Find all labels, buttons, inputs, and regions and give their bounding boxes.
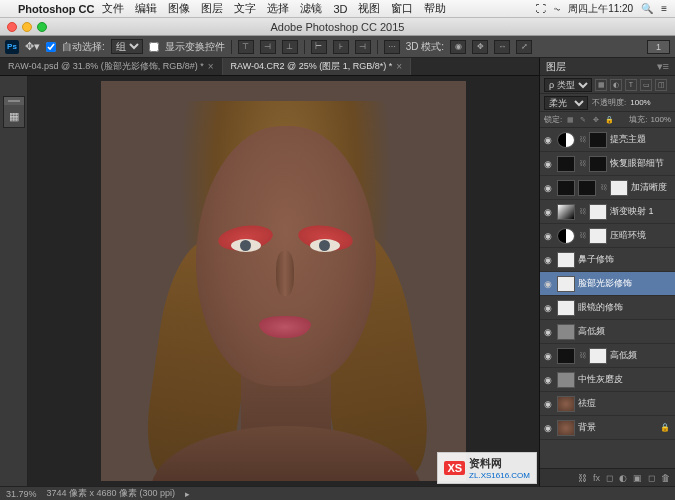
layer-name[interactable]: 高低频 <box>578 325 605 338</box>
visibility-eye-icon[interactable]: ◉ <box>542 255 554 265</box>
layer-row[interactable]: ◉鼻子修饰 <box>540 248 675 272</box>
layers-list[interactable]: ◉⛓提亮主题◉⛓恢复眼部细节◉⛓加清晰度◉⛓渐变映射 1◉⛓压暗环境◉鼻子修饰◉… <box>540 128 675 468</box>
mask-icon[interactable]: ◻ <box>606 473 613 483</box>
layer-thumb[interactable] <box>557 132 575 148</box>
layer-thumb[interactable] <box>557 324 575 340</box>
new-layer-icon[interactable]: ◻ <box>648 473 655 483</box>
menu-list-icon[interactable]: ≡ <box>661 3 667 14</box>
layer-mask-thumb[interactable] <box>589 132 607 148</box>
align-vmid-icon[interactable]: ⊣ <box>260 40 276 54</box>
layer-row[interactable]: ◉⛓恢复眼部细节 <box>540 152 675 176</box>
layer-thumb[interactable] <box>578 180 596 196</box>
link-icon[interactable]: ⛓ <box>578 232 586 239</box>
layer-mask-thumb[interactable] <box>589 204 607 220</box>
visibility-eye-icon[interactable]: ◉ <box>542 231 554 241</box>
layer-mask-thumb[interactable] <box>589 348 607 364</box>
layer-name[interactable]: 加清晰度 <box>631 181 667 194</box>
canvas-area[interactable] <box>28 76 539 486</box>
3d-orbit-icon[interactable]: ◉ <box>450 40 466 54</box>
layer-thumb[interactable] <box>557 276 575 292</box>
layer-name[interactable]: 背景 <box>578 421 596 434</box>
fill-value[interactable]: 100% <box>651 115 671 124</box>
ps-home-icon[interactable]: Ps <box>5 40 19 54</box>
layer-name[interactable]: 高低频 <box>610 349 637 362</box>
fx-icon[interactable]: fx <box>593 473 600 483</box>
filter-smart-icon[interactable]: ◫ <box>655 79 667 91</box>
wifi-icon[interactable]: ⏦ <box>554 3 560 14</box>
visibility-eye-icon[interactable]: ◉ <box>542 207 554 217</box>
3d-scale-icon[interactable]: ⤢ <box>516 40 532 54</box>
blend-mode-dropdown[interactable]: 柔光 <box>544 96 588 110</box>
menu-view[interactable]: 视图 <box>358 1 380 16</box>
layer-name[interactable]: 提亮主题 <box>610 133 646 146</box>
close-tab-icon[interactable]: × <box>396 61 402 72</box>
layer-thumb[interactable] <box>557 156 575 172</box>
menu-layer[interactable]: 图层 <box>201 1 223 16</box>
3d-slide-icon[interactable]: ↔ <box>494 40 510 54</box>
layer-thumb[interactable] <box>557 348 575 364</box>
doc-tab-2[interactable]: RAW-04.CR2 @ 25% (图层 1, RGB/8*) * × <box>223 58 412 75</box>
visibility-eye-icon[interactable]: ◉ <box>542 279 554 289</box>
layer-thumb[interactable] <box>557 180 575 196</box>
align-top-icon[interactable]: ⊤ <box>238 40 254 54</box>
layer-name[interactable]: 中性灰磨皮 <box>578 373 623 386</box>
visibility-eye-icon[interactable]: ◉ <box>542 351 554 361</box>
layer-thumb[interactable] <box>557 372 575 388</box>
align-bottom-icon[interactable]: ⊥ <box>282 40 298 54</box>
app-name[interactable]: Photoshop CC <box>18 3 94 15</box>
layer-row[interactable]: ◉⛓提亮主题 <box>540 128 675 152</box>
menu-filter[interactable]: 滤镜 <box>300 1 322 16</box>
layers-tab[interactable]: 图层 <box>546 60 566 74</box>
layer-filter-kind[interactable]: ρ 类型 <box>544 78 592 92</box>
filter-shape-icon[interactable]: ▭ <box>640 79 652 91</box>
layer-row[interactable]: ◉⛓渐变映射 1 <box>540 200 675 224</box>
filter-type-icon[interactable]: T <box>625 79 637 91</box>
move-tool-icon[interactable]: ✥▾ <box>25 40 40 53</box>
lock-image-icon[interactable]: ✎ <box>578 115 588 125</box>
layer-name[interactable]: 眼镜的修饰 <box>578 301 623 314</box>
adjustment-icon[interactable]: ◐ <box>619 473 627 483</box>
layer-row[interactable]: ◉高低频 <box>540 320 675 344</box>
layer-row[interactable]: ◉背景🔒 <box>540 416 675 440</box>
filter-pixel-icon[interactable]: ▦ <box>595 79 607 91</box>
lock-pos-icon[interactable]: ✥ <box>591 115 601 125</box>
layer-row[interactable]: ◉中性灰磨皮 <box>540 368 675 392</box>
layer-row[interactable]: ◉脸部光影修饰 <box>540 272 675 296</box>
layer-row[interactable]: ◉眼镜的修饰 <box>540 296 675 320</box>
doc-info[interactable]: 3744 像素 x 4680 像素 (300 ppi) <box>47 487 176 500</box>
lock-all-icon[interactable]: 🔒 <box>604 115 614 125</box>
panel-menu-icon[interactable]: ▾≡ <box>657 60 669 73</box>
filter-adjust-icon[interactable]: ◐ <box>610 79 622 91</box>
zoom-level[interactable]: 31.79% <box>6 489 37 499</box>
clock[interactable]: 周四上午11:20 <box>568 2 633 16</box>
visibility-eye-icon[interactable]: ◉ <box>542 327 554 337</box>
group-icon[interactable]: ▣ <box>633 473 642 483</box>
link-layers-icon[interactable]: ⛓ <box>578 473 587 483</box>
layer-row[interactable]: ◉⛓高低频 <box>540 344 675 368</box>
visibility-eye-icon[interactable]: ◉ <box>542 159 554 169</box>
align-hmid-icon[interactable]: ⊦ <box>333 40 349 54</box>
spotlight-icon[interactable]: 🔍 <box>641 3 653 14</box>
layer-mask-thumb[interactable] <box>610 180 628 196</box>
close-tab-icon[interactable]: × <box>208 61 214 72</box>
layer-name[interactable]: 压暗环境 <box>610 229 646 242</box>
workspace-value[interactable]: 1 <box>647 40 670 54</box>
menu-window[interactable]: 窗口 <box>391 1 413 16</box>
fullscreen-icon[interactable]: ⛶ <box>536 3 546 14</box>
layer-thumb[interactable] <box>557 300 575 316</box>
layer-mask-thumb[interactable] <box>589 228 607 244</box>
document-canvas[interactable] <box>101 81 466 481</box>
layer-name[interactable]: 恢复眼部细节 <box>610 157 664 170</box>
layer-name[interactable]: 脸部光影修饰 <box>578 277 632 290</box>
layer-thumb[interactable] <box>557 396 575 412</box>
show-transform-checkbox[interactable] <box>149 42 159 52</box>
layer-name[interactable]: 祛痘 <box>578 397 596 410</box>
layer-row[interactable]: ◉⛓加清晰度 <box>540 176 675 200</box>
menu-help[interactable]: 帮助 <box>424 1 446 16</box>
visibility-eye-icon[interactable]: ◉ <box>542 303 554 313</box>
visibility-eye-icon[interactable]: ◉ <box>542 183 554 193</box>
visibility-eye-icon[interactable]: ◉ <box>542 423 554 433</box>
align-right-icon[interactable]: ⊣ <box>355 40 371 54</box>
layer-thumb[interactable] <box>557 420 575 436</box>
menu-type[interactable]: 文字 <box>234 1 256 16</box>
